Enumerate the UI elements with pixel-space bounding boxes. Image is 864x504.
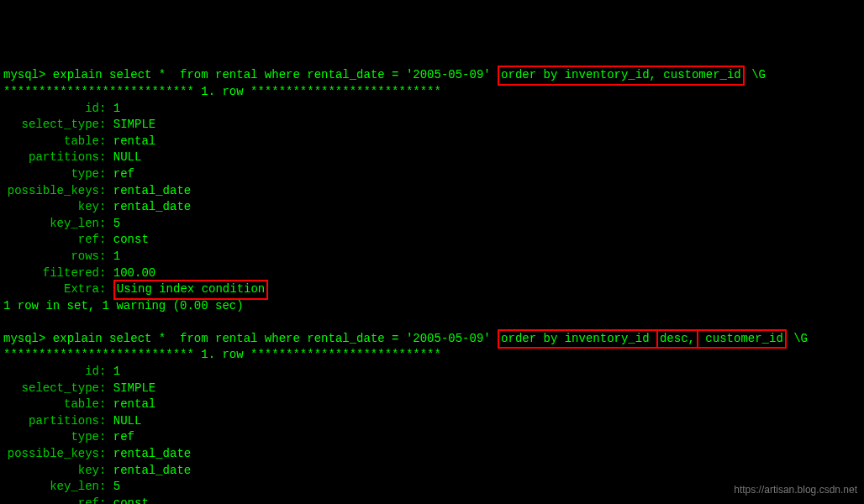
result-row: partitions: NULL	[3, 413, 861, 430]
result-row: table: rental	[3, 134, 861, 150]
result-row: possible_keys: rental_date	[3, 183, 861, 200]
result-row: select_type: SIMPLE	[3, 117, 861, 134]
result-row: key: rental_date	[3, 199, 861, 216]
mysql-query-line-2: mysql> explain select * from rental wher…	[3, 331, 861, 348]
result-row: possible_keys: rental_date	[3, 446, 861, 463]
extra-row-1: Extra: Using index condition	[3, 281, 861, 298]
highlight-extra-1: Using index condition	[113, 280, 268, 300]
row-separator-2: *************************** 1. row *****…	[3, 347, 861, 364]
highlight-desc: desc,	[656, 329, 698, 349]
row-separator-1: *************************** 1. row *****…	[3, 84, 861, 101]
result-row: key_len: 5	[3, 216, 861, 233]
result-row: key: rental_date	[3, 463, 861, 480]
result-row: ref: const	[3, 496, 861, 504]
result-row: type: ref	[3, 429, 861, 446]
result-row: id: 1	[3, 101, 861, 118]
result-row: table: rental	[3, 396, 861, 413]
result-row: ref: const	[3, 232, 861, 249]
mysql-query-line-1: mysql> explain select * from rental wher…	[3, 67, 861, 84]
mysql-prompt: mysql>	[3, 332, 45, 345]
status-line-1: 1 row in set, 1 warning (0.00 sec)	[3, 298, 861, 315]
highlight-order-by-1: order by inventory_id, customer_id	[498, 66, 745, 86]
result-row: select_type: SIMPLE	[3, 381, 861, 397]
result-row: type: ref	[3, 166, 861, 183]
mysql-prompt: mysql>	[3, 68, 45, 81]
result-row: key_len: 5	[3, 479, 861, 496]
watermark-text: https://artisan.blog.csdn.net	[734, 483, 857, 497]
result-row: rows: 1	[3, 249, 861, 265]
highlight-order-by-2: order by inventory_id desc, customer_id	[498, 329, 787, 349]
terminal-output: mysql> explain select * from rental wher…	[3, 67, 861, 504]
result-row: partitions: NULL	[3, 150, 861, 166]
result-row: id: 1	[3, 364, 861, 381]
